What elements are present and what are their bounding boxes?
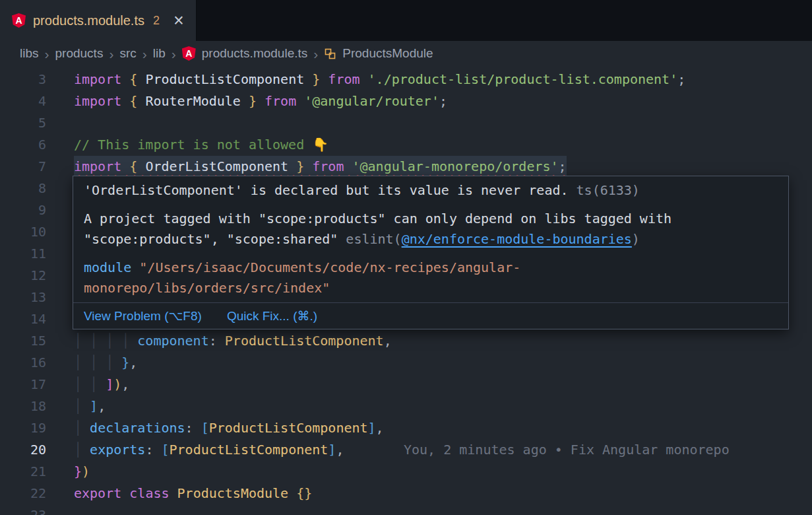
code-text[interactable]: │ ],	[74, 395, 106, 417]
token-emoji: 👇	[312, 137, 328, 153]
line-number: 20	[0, 439, 46, 461]
token-pl: ;	[677, 71, 685, 87]
hover-text-line: A project tagged with "scope:products" c…	[84, 209, 778, 229]
token-prop: declarations	[90, 420, 185, 436]
breadcrumb-item-lib[interactable]: lib	[153, 46, 166, 61]
angular-file-icon: A	[182, 46, 196, 61]
token-pl	[257, 93, 265, 109]
token-pl	[241, 93, 249, 109]
code-text[interactable]: import { ProductListComponent } from './…	[74, 69, 685, 90]
token-bk2: }	[74, 464, 82, 479]
hover-text-line: module "/Users/isaac/Documents/code/nx-r…	[84, 258, 778, 278]
line-number: 3	[0, 69, 46, 90]
token-pl: :	[145, 442, 161, 458]
code-text[interactable]: │ exports: [ProductListComponent],	[74, 439, 344, 461]
token-bk3: [	[161, 442, 169, 458]
token-pl: ,	[121, 376, 129, 392]
token-pl: ;	[439, 93, 447, 109]
token-pl	[121, 93, 129, 109]
hover-text-line: "scope:products", "scope:shared" eslint(…	[84, 229, 778, 250]
token-bk3: [	[201, 420, 209, 436]
token-cls: ProductsModule	[177, 485, 289, 501]
code-text[interactable]: })	[74, 461, 90, 483]
token-pl	[304, 158, 312, 174]
line-number: 9	[0, 199, 46, 221]
code-text[interactable]: // This import is not allowed 👇	[74, 134, 328, 156]
code-line: 3import { ProductListComponent } from '.…	[0, 69, 812, 90]
token-pl	[296, 93, 304, 109]
code-line: 18│ ],	[0, 395, 812, 417]
token-pl	[121, 485, 129, 501]
token-pl: ,	[336, 442, 344, 458]
eslint-rule-link[interactable]: @nx/enforce-module-boundaries	[402, 231, 632, 247]
ts-diagnostic: 'OrderListComponent' is declared but its…	[73, 176, 788, 205]
view-problem-action[interactable]: View Problem (⌥F8)	[84, 308, 202, 324]
token-gd: │	[74, 420, 90, 436]
code-text[interactable]: import { RouterModule } from '@angular/r…	[74, 90, 447, 112]
code-line: 17│ │ ]),	[0, 374, 812, 395]
close-icon[interactable]: ×	[173, 12, 184, 30]
code-text[interactable]: │ │ │ │ component: ProductListComponent,	[74, 330, 392, 352]
breadcrumb-item-file[interactable]: products.module.ts	[202, 46, 308, 61]
token-imp: OrderListComponent	[145, 158, 288, 174]
line-number: 6	[0, 134, 46, 156]
code-text[interactable]: │ │ │ },	[74, 352, 137, 374]
token-prop: component	[137, 333, 208, 349]
hover-text-line: monorepo/libs/orders/src/index"	[84, 278, 778, 298]
line-number: 13	[0, 287, 46, 308]
code-text[interactable]: │ │ ]),	[74, 374, 129, 395]
code-line: 21})	[0, 461, 812, 483]
token-bk1: }	[249, 93, 257, 109]
code-line: 7import { OrderListComponent } from '@an…	[0, 156, 812, 178]
token-gd: │ │	[74, 376, 106, 392]
line-number: 7	[0, 156, 46, 178]
quick-fix-action[interactable]: Quick Fix... (⌘.)	[227, 308, 317, 324]
line-number: 4	[0, 90, 46, 112]
token-pl: :	[209, 333, 225, 349]
token-imp: RouterModule	[145, 93, 241, 109]
breadcrumb-item-products[interactable]: products	[55, 46, 104, 61]
token-fg	[131, 259, 139, 275]
token-bk1: )	[113, 376, 121, 392]
line-number: 19	[0, 417, 46, 439]
line-number: 5	[0, 112, 46, 134]
token-bk1: {	[129, 158, 137, 174]
token-pl	[137, 158, 145, 174]
eslint-diagnostic: A project tagged with "scope:products" c…	[73, 205, 788, 254]
token-pl	[121, 158, 129, 174]
token-fg: A project tagged with "scope:products" c…	[84, 211, 671, 226]
code-line: 15│ │ │ │ component: ProductListComponen…	[0, 330, 812, 352]
code-text[interactable]: export class ProductsModule {}	[74, 483, 312, 504]
token-str2: monorepo/libs/orders/src/index"	[84, 280, 330, 296]
chevron-right-icon: ›	[45, 47, 49, 61]
breadcrumb-item-src[interactable]: src	[119, 46, 136, 61]
token-pl	[121, 71, 129, 87]
hover-text-line: 'OrderListComponent' is declared but its…	[84, 180, 778, 201]
line-number: 12	[0, 265, 46, 287]
token-cls: ProductListComponent	[170, 442, 328, 458]
chevron-right-icon: ›	[313, 47, 318, 61]
token-kw: import	[74, 93, 121, 109]
chevron-right-icon: ›	[109, 47, 113, 61]
line-number: 10	[0, 221, 46, 243]
hover-popup: 'OrderListComponent' is declared but its…	[73, 176, 789, 329]
token-gd: │	[74, 398, 90, 414]
token-gd: │	[74, 442, 90, 458]
token-pl: ,	[129, 355, 137, 370]
line-number: 23	[0, 504, 46, 515]
breadcrumb-item-libs[interactable]: libs	[20, 46, 39, 61]
breadcrumb-item-symbol[interactable]: ProductsModule	[342, 46, 433, 61]
editor-tab-products-module[interactable]: A products.module.ts 2 ×	[0, 0, 197, 41]
line-number: 11	[0, 243, 46, 265]
token-pl: ,	[98, 398, 106, 414]
chevron-right-icon: ›	[142, 47, 147, 61]
token-str: '@angular-monorepo/orders'	[352, 158, 559, 174]
token-pl	[288, 485, 296, 501]
code-line: 19│ declarations: [ProductListComponent]…	[0, 417, 812, 439]
line-number: 21	[0, 461, 46, 483]
code-text[interactable]: │ declarations: [ProductListComponent],	[74, 417, 384, 439]
token-kw2: module	[84, 259, 131, 275]
code-text-error[interactable]: import { OrderListComponent } from '@ang…	[74, 156, 567, 178]
token-kw: from	[312, 158, 344, 174]
code-line: 6// This import is not allowed 👇	[0, 134, 812, 156]
